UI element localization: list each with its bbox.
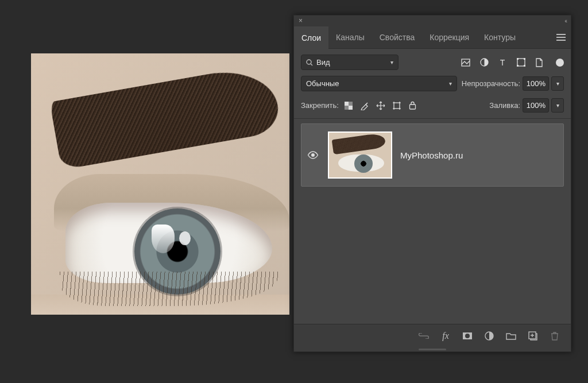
opacity-input[interactable]: 100% <box>523 76 549 91</box>
panel-menu-icon[interactable] <box>551 34 571 41</box>
blend-mode-select[interactable]: Обычные ▾ <box>301 76 457 91</box>
tab-label: Контуры <box>484 33 516 42</box>
collapse-icon[interactable]: ‹‹ <box>564 18 566 24</box>
lock-artboard-icon[interactable] <box>392 100 402 111</box>
document-canvas[interactable] <box>31 53 289 315</box>
tab-label: Слои <box>301 33 321 42</box>
layer-kind-select[interactable]: Вид ▾ <box>301 55 399 70</box>
lock-transparency-icon[interactable] <box>343 100 354 111</box>
tab-label: Каналы <box>336 33 365 42</box>
chevron-down-icon: ▾ <box>449 80 452 87</box>
add-adjustment-icon[interactable] <box>483 330 495 342</box>
layers-list[interactable]: MyPhotoshop.ru <box>294 119 571 324</box>
svg-rect-6 <box>517 58 519 60</box>
tab-properties[interactable]: Свойства <box>372 26 422 48</box>
add-mask-icon[interactable] <box>462 330 473 342</box>
svg-point-15 <box>311 153 315 157</box>
tab-label: Свойства <box>380 33 415 42</box>
svg-point-17 <box>465 334 470 338</box>
chevron-down-icon: ▾ <box>390 59 393 65</box>
lock-position-icon[interactable] <box>376 100 386 111</box>
svg-rect-8 <box>517 65 519 67</box>
filter-smartobject-icon[interactable] <box>534 57 544 68</box>
tab-channels[interactable]: Каналы <box>328 26 372 48</box>
tab-adjustments[interactable]: Коррекция <box>422 26 477 48</box>
layer-visibility-toggle[interactable] <box>307 151 320 159</box>
svg-point-0 <box>307 60 311 64</box>
layer-row[interactable]: MyPhotoshop.ru <box>301 123 564 187</box>
fill-label: Заливка: <box>489 101 520 110</box>
svg-rect-9 <box>524 65 525 67</box>
filter-toggle[interactable] <box>556 59 564 67</box>
layer-thumbnail[interactable] <box>328 131 392 179</box>
svg-rect-7 <box>524 58 525 60</box>
tab-label: Коррекция <box>430 33 469 42</box>
kind-select-label: Вид <box>316 58 330 67</box>
layer-name[interactable]: MyPhotoshop.ru <box>400 150 463 160</box>
layers-panel: × ‹‹ Слои Каналы Свойства Коррекция Конт… <box>293 15 571 352</box>
svg-line-1 <box>311 64 312 65</box>
filter-adjustment-icon[interactable] <box>479 57 489 68</box>
svg-rect-13 <box>394 103 400 109</box>
fill-value: 100% <box>527 101 546 110</box>
lock-label: Закрепить: <box>301 101 339 110</box>
filter-pixel-icon[interactable] <box>461 57 471 68</box>
svg-rect-11 <box>345 102 349 106</box>
search-icon <box>306 59 313 66</box>
link-layers-icon <box>418 330 430 342</box>
fill-stepper[interactable]: ▾ <box>551 98 564 113</box>
fill-input[interactable]: 100% <box>523 98 549 113</box>
workspace: × ‹‹ Слои Каналы Свойства Коррекция Конт… <box>0 0 588 383</box>
tab-paths[interactable]: Контуры <box>477 26 523 48</box>
new-group-icon[interactable] <box>505 330 517 342</box>
opacity-value: 100% <box>527 79 546 88</box>
filter-type-icon[interactable]: T <box>497 57 508 68</box>
panel-resize-grip[interactable] <box>294 347 571 351</box>
opacity-control: Непрозрачность: 100% ▾ <box>462 76 564 91</box>
svg-rect-14 <box>410 105 416 109</box>
fill-control: Заливка: 100% ▾ <box>489 98 564 113</box>
panel-footer: fx <box>294 324 571 347</box>
lock-pixels-icon[interactable] <box>359 100 370 111</box>
svg-text:T: T <box>500 59 505 67</box>
layer-filter-row: Вид ▾ T <box>294 49 571 76</box>
tab-layers[interactable]: Слои <box>294 26 328 49</box>
close-icon[interactable]: × <box>299 17 303 24</box>
filter-shape-icon[interactable] <box>516 57 526 68</box>
svg-rect-12 <box>349 106 353 110</box>
lock-all-icon[interactable] <box>408 100 418 111</box>
panel-tab-strip: Слои Каналы Свойства Коррекция Контуры <box>294 26 571 49</box>
lock-row: Закрепить: Заливка: 100% ▾ <box>294 96 571 118</box>
layer-style-icon[interactable]: fx <box>440 330 451 342</box>
panel-titlebar[interactable]: × ‹‹ <box>294 16 571 26</box>
document-image <box>31 53 289 315</box>
new-layer-icon[interactable] <box>527 330 539 342</box>
blend-mode-value: Обычные <box>306 79 339 88</box>
delete-layer-icon <box>549 330 560 342</box>
opacity-label: Непрозрачность: <box>462 79 520 88</box>
blend-mode-row: Обычные ▾ Непрозрачность: 100% ▾ <box>294 76 571 96</box>
opacity-stepper[interactable]: ▾ <box>551 76 564 91</box>
